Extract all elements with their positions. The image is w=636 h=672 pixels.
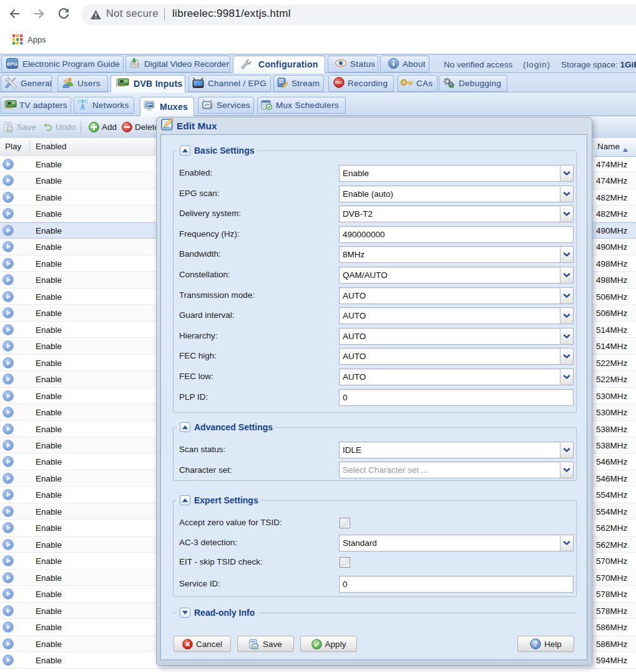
svg-text:EPG: EPG (7, 61, 17, 67)
svg-text:REC: REC (335, 81, 343, 84)
svg-text:?: ? (534, 640, 537, 648)
